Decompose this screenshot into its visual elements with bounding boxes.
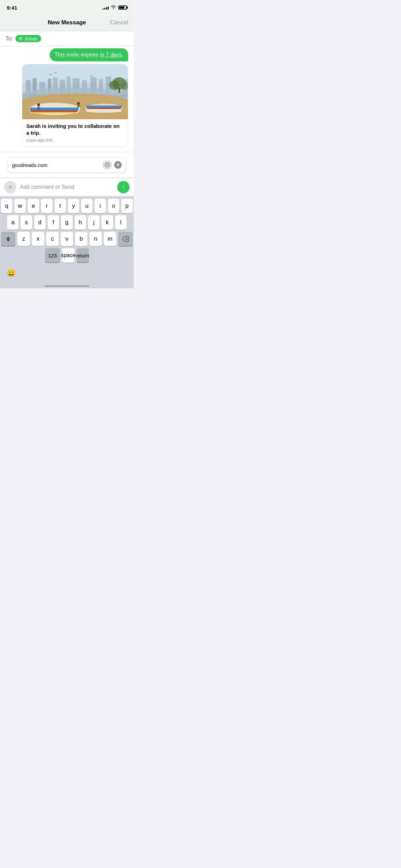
numbers-key[interactable]: 123 [45,248,60,263]
url-actions: ✕ [102,160,122,170]
to-field: To: R Jonas [0,31,134,46]
delete-key[interactable] [118,232,133,246]
key-u[interactable]: u [81,199,93,213]
svg-point-36 [109,80,119,90]
cancel-button[interactable]: Cancel [110,19,128,26]
send-button[interactable]: ↑ [117,181,130,193]
key-g[interactable]: g [61,215,72,230]
home-bar [45,285,89,287]
page-title: New Message [48,19,86,26]
link-card-image [22,64,128,119]
header: New Message Cancel [0,15,134,31]
add-attachment-button[interactable]: + [4,181,16,193]
svg-rect-26 [87,108,121,109]
url-attachment: goodreads.com ✕ [8,157,126,173]
url-text: goodreads.com [12,162,102,168]
return-key[interactable]: return [76,248,89,263]
key-d[interactable]: d [34,215,46,230]
key-m[interactable]: m [104,232,116,246]
key-n[interactable]: n [89,232,102,246]
svg-rect-24 [32,112,76,113]
key-z[interactable]: z [17,232,30,246]
key-v[interactable]: v [61,232,73,246]
send-icon: ↑ [122,183,125,191]
home-indicator [0,283,134,288]
svg-point-38 [105,163,109,167]
status-icons [102,5,127,10]
status-time: 9:41 [7,5,17,11]
recipient-chip[interactable]: R Jonas [15,35,41,42]
url-close-button[interactable]: ✕ [114,161,122,169]
keyboard: q w e r t y u i o p a s d f g h j k l z … [0,196,134,283]
key-a[interactable]: a [7,215,19,230]
signal-icon [102,5,109,10]
plus-icon: + [8,183,12,191]
key-r[interactable]: r [41,199,52,213]
status-bar: 9:41 [0,0,134,15]
link-preview-card[interactable]: Sarah is inviting you to collaborate on … [22,64,128,147]
key-p[interactable]: p [121,199,133,213]
keyboard-row-4: 123 space return [1,248,133,263]
key-f[interactable]: f [48,215,59,230]
space-key[interactable]: space [62,248,74,263]
shift-key[interactable] [1,232,15,246]
key-b[interactable]: b [75,232,87,246]
key-k[interactable]: k [101,215,113,230]
battery-icon [118,5,127,10]
keyboard-row-2: a s d f g h j k l [1,215,133,230]
key-q[interactable]: q [1,199,12,213]
key-h[interactable]: h [75,215,86,230]
link-card-body: Sarah is inviting you to collaborate on … [22,119,128,147]
key-w[interactable]: w [14,199,26,213]
svg-marker-40 [107,165,108,166]
svg-rect-22 [30,108,78,110]
compass-button[interactable] [102,160,112,170]
message-content: This invite expires in 7 days. [0,46,134,152]
wifi-icon [111,5,116,10]
green-bubble: This invite expires in 7 days. [50,48,128,61]
key-o[interactable]: o [108,199,119,213]
key-i[interactable]: i [95,199,106,213]
emoji-key[interactable]: 😀 [4,266,18,280]
to-label: To: [5,36,13,42]
svg-point-27 [37,104,40,106]
message-input[interactable] [20,184,114,190]
keyboard-bottom: 😀 [1,265,133,282]
green-bubble-text: This invite expires in 7 days. [54,52,123,58]
key-e[interactable]: e [28,199,39,213]
key-x[interactable]: x [32,232,44,246]
link-card-title: Sarah is inviting you to collaborate on … [26,123,124,136]
svg-rect-35 [119,88,120,93]
link-card-url: expe.app.link [26,137,124,143]
message-input-row: + ↑ [0,178,134,196]
key-t[interactable]: t [54,199,66,213]
keyboard-row-1: q w e r t y u i o p [1,199,133,213]
key-y[interactable]: y [68,199,79,213]
key-s[interactable]: s [21,215,32,230]
svg-marker-39 [107,164,108,165]
key-l[interactable]: l [115,215,126,230]
message-area: This invite expires in 7 days. [0,46,134,152]
keyboard-row-3: z x c v b n m [1,232,133,246]
svg-rect-25 [86,106,122,108]
close-icon: ✕ [116,162,120,167]
svg-rect-23 [31,110,77,112]
svg-point-31 [77,102,80,105]
key-c[interactable]: c [46,232,59,246]
key-j[interactable]: j [88,215,99,230]
